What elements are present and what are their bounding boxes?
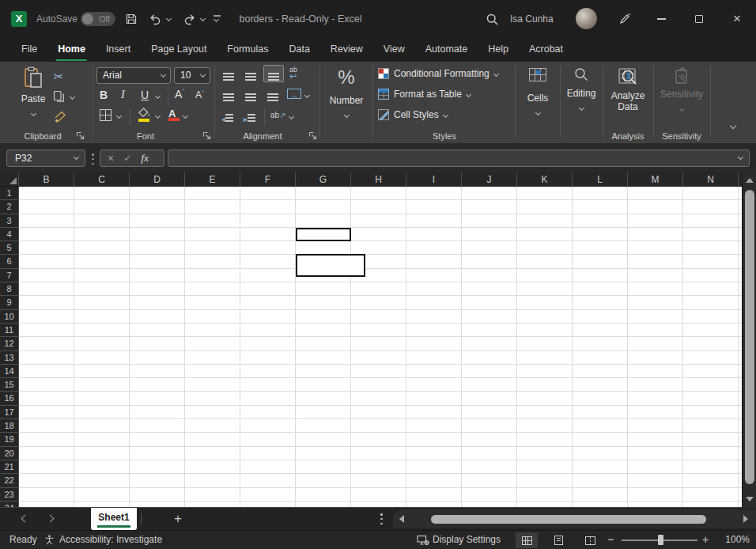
row-header-8[interactable]: 8 (0, 282, 19, 296)
column-header-H[interactable]: H (351, 172, 406, 187)
merge-center-button[interactable]: ↔ (287, 89, 301, 99)
tab-file[interactable]: File (11, 38, 47, 62)
tab-view[interactable]: View (373, 38, 415, 62)
row-header-10[interactable]: 10 (0, 310, 19, 324)
font-color-button[interactable]: A (168, 106, 176, 120)
column-header-B[interactable]: B (19, 172, 74, 187)
font-color-chevron-icon[interactable] (183, 113, 188, 119)
tab-insert[interactable]: Insert (96, 38, 141, 62)
column-header-G[interactable]: G (296, 172, 351, 187)
font-name-combo[interactable]: Arial (96, 67, 171, 84)
align-right-button[interactable] (267, 90, 278, 104)
tab-formulas[interactable]: Formulas (217, 38, 278, 62)
prev-sheet-arrow-icon[interactable] (21, 515, 29, 523)
row-header-22[interactable]: 22 (0, 474, 19, 487)
editing-button[interactable]: Editing (563, 66, 599, 113)
merge-chevron-icon[interactable] (304, 93, 310, 98)
italic-button[interactable]: I (121, 89, 125, 101)
column-header-L[interactable]: L (573, 172, 628, 187)
row-header-12[interactable]: 12 (0, 337, 19, 350)
normal-view-button[interactable] (516, 532, 538, 548)
tab-home[interactable]: Home (47, 38, 96, 62)
row-header-4[interactable]: 4 (0, 228, 19, 241)
borders-chevron-icon[interactable] (116, 113, 122, 119)
page-layout-view-button[interactable] (547, 532, 569, 548)
tab-acrobat[interactable]: Acrobat (519, 38, 573, 62)
bottom-align-button-selected[interactable] (263, 65, 284, 82)
cells-button[interactable]: Cells (519, 68, 557, 118)
row-header-23[interactable]: 23 (0, 488, 19, 502)
sheet-options-dots-icon[interactable] (380, 513, 383, 524)
row-header-18[interactable]: 18 (0, 419, 19, 433)
increase-font-size-button[interactable]: Aˆ (175, 88, 184, 100)
column-header-K[interactable]: K (517, 172, 573, 187)
minimize-button[interactable] (643, 0, 679, 38)
fill-color-button[interactable] (138, 108, 151, 118)
tab-help[interactable]: Help (478, 38, 519, 62)
page-break-view-button[interactable] (579, 532, 601, 548)
insert-function-button[interactable]: fx (141, 152, 149, 165)
column-header-D[interactable]: D (130, 172, 185, 187)
display-settings-label[interactable]: Display Settings (433, 531, 501, 549)
column-header-E[interactable]: E (185, 172, 240, 187)
column-header-J[interactable]: J (462, 172, 517, 187)
vertical-scrollbar[interactable] (742, 172, 756, 508)
row-header-9[interactable]: 9 (0, 296, 19, 309)
tab-data[interactable]: Data (278, 38, 319, 62)
format-painter-button[interactable] (54, 111, 66, 123)
row-header-13[interactable]: 13 (0, 351, 19, 365)
select-all-button[interactable] (0, 172, 19, 187)
enter-button[interactable]: ✓ (123, 153, 131, 164)
tab-review[interactable]: Review (320, 38, 373, 62)
row-header-5[interactable]: 5 (0, 241, 19, 255)
wrap-text-button[interactable]: ab ↩ (289, 66, 297, 80)
center-button[interactable] (245, 90, 256, 104)
collapse-ribbon-chevron-icon[interactable] (730, 123, 736, 129)
column-header-F[interactable]: F (240, 172, 296, 187)
tab-automate[interactable]: Automate (415, 38, 478, 62)
next-sheet-arrow-icon[interactable] (47, 515, 55, 523)
expand-formula-bar-chevron-icon[interactable] (738, 154, 743, 160)
clipboard-dialog-launcher[interactable] (76, 131, 85, 140)
fill-color-chevron-icon[interactable] (155, 113, 161, 119)
middle-align-button[interactable] (245, 70, 256, 84)
orientation-button[interactable]: ab↗ (270, 111, 286, 119)
zoom-out-button[interactable]: − (607, 531, 614, 548)
bold-button[interactable]: B (100, 89, 108, 101)
borders-button[interactable] (100, 109, 112, 124)
scroll-right-arrow-icon[interactable] (743, 515, 748, 523)
conditional-formatting-button[interactable]: Conditional Formatting (378, 68, 498, 79)
maximize-button[interactable] (681, 0, 717, 38)
column-header-I[interactable]: I (406, 172, 462, 187)
cell-styles-button[interactable]: Cell Styles (378, 109, 448, 120)
vertical-scrollbar-thumb[interactable] (745, 190, 754, 484)
add-sheet-button[interactable]: + (170, 509, 186, 529)
row-header-14[interactable]: 14 (0, 365, 19, 378)
row-header-19[interactable]: 19 (0, 433, 19, 446)
font-size-combo[interactable]: 10 (174, 67, 210, 84)
align-left-button[interactable] (223, 90, 234, 104)
increase-indent-button[interactable]: ▸ (244, 111, 255, 125)
tab-page-layout[interactable]: Page Layout (141, 38, 217, 62)
zoom-level[interactable]: 100% (715, 531, 750, 549)
row-header-21[interactable]: 21 (0, 460, 19, 474)
accessibility-status[interactable]: Accessibility: Investigate (59, 531, 162, 549)
formula-bar-resize-handle[interactable] (92, 153, 94, 165)
cancel-button[interactable]: × (108, 152, 114, 165)
row-header-16[interactable]: 16 (0, 392, 19, 405)
alignment-dialog-launcher[interactable] (308, 131, 317, 140)
scroll-up-arrow-icon[interactable] (746, 178, 754, 183)
scroll-down-arrow-icon[interactable] (746, 497, 754, 502)
copy-chevron-icon[interactable] (70, 94, 75, 100)
underline-chevron-icon[interactable] (155, 93, 161, 99)
search-button[interactable] (486, 13, 499, 26)
row-header-15[interactable]: 15 (0, 378, 19, 392)
sheet-tab-sheet1[interactable]: Sheet1 (91, 508, 137, 530)
row-header-24[interactable]: 24 (0, 502, 19, 507)
cut-button[interactable]: ✂ (54, 70, 64, 84)
horizontal-scrollbar-thumb[interactable] (431, 515, 706, 524)
row-header-7[interactable]: 7 (0, 269, 19, 282)
analyze-data-button[interactable]: Analyze Data (606, 66, 650, 112)
decrease-indent-button[interactable]: ◂ (221, 111, 233, 125)
column-header-M[interactable]: M (628, 172, 683, 187)
